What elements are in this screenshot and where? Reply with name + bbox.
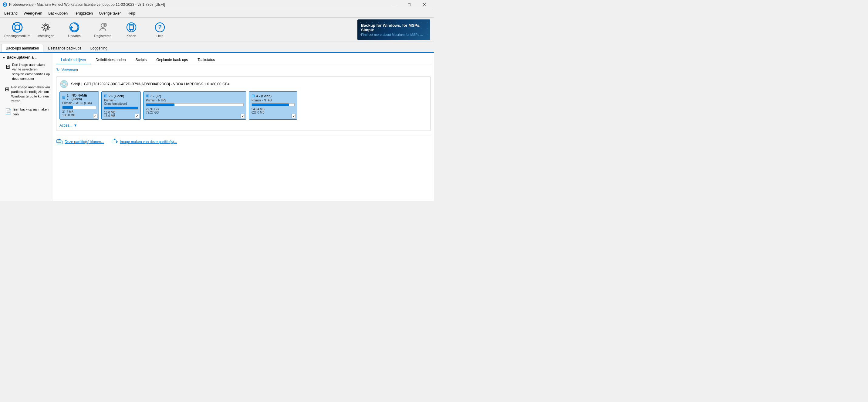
- sidebar-header[interactable]: ▼ Back-uptaken a...: [0, 54, 53, 61]
- toolbar: Reddingsmedium Instellingen Updates: [0, 18, 434, 42]
- win-icon-4: ⊞: [251, 93, 255, 98]
- partition-2-checkbox[interactable]: ✓: [135, 114, 139, 118]
- sidebar-item-disk-image[interactable]: 🖥 Een image aanmaken van te selecteren s…: [0, 61, 53, 83]
- partition-2-bar: [104, 107, 138, 110]
- help-icon: ?: [154, 22, 165, 33]
- partition-2-name: (Geen): [114, 94, 124, 98]
- partition-1-used: 31,2 MB: [62, 110, 96, 114]
- main-layout: ▼ Back-uptaken a... 🖥 Een image aanmaken…: [0, 53, 434, 201]
- updates-button[interactable]: Updates: [61, 19, 88, 41]
- win-icon-3: ⊞: [146, 93, 149, 98]
- svg-point-9: [44, 26, 48, 29]
- buy-label: Kopen: [126, 34, 136, 38]
- help-button[interactable]: ? Help: [146, 19, 174, 41]
- clone-link[interactable]: Deze partitie(s) klonen...: [56, 139, 104, 145]
- sidebar-item-disk-image-text: Een image aanmaken van te selecteren sch…: [12, 62, 50, 81]
- menu-item-weergeven[interactable]: Weergeven: [21, 10, 45, 17]
- menu-item-back-uppen[interactable]: Back-uppen: [45, 10, 71, 17]
- inner-tabs: Lokale schijven Definitiebestanden Scrip…: [56, 56, 431, 64]
- image-label: Image maken van deze partitie(s)...: [120, 140, 177, 144]
- partition-1-checkbox[interactable]: ✓: [93, 114, 97, 118]
- partition-3-checkbox[interactable]: ✓: [241, 114, 245, 118]
- rescue-button[interactable]: Reddingsmedium: [4, 19, 31, 41]
- minimize-button[interactable]: —: [387, 0, 401, 9]
- tab-existing-backups[interactable]: Bestaande back-ups: [43, 44, 86, 52]
- svg-point-2: [4, 4, 5, 5]
- svg-rect-27: [112, 140, 116, 143]
- register-label: Registreren: [94, 34, 112, 38]
- top-tabs: Back-ups aanmaken Bestaande back-ups Log…: [0, 42, 434, 53]
- disk-title: Schijf 1 GPT [78120287-00CC-4E2D-B793-AE…: [71, 82, 230, 86]
- bottom-actions: Deze partitie(s) klonen... Image maken v…: [56, 135, 431, 145]
- svg-marker-26: [58, 139, 60, 140]
- partition-2-total: 16,0 MB: [104, 114, 138, 117]
- partition-1-bar: [62, 106, 96, 109]
- partition-2-number: 2 -: [108, 94, 113, 98]
- inner-tab-scripts[interactable]: Scripts: [130, 56, 151, 64]
- partition-4[interactable]: ⊞ 4 - (Geen) Primair - NTFS 543,4 MB 626…: [249, 91, 297, 120]
- maximize-button[interactable]: □: [402, 0, 416, 9]
- close-button[interactable]: ✕: [417, 0, 431, 9]
- disk-icon: 💿: [59, 80, 68, 88]
- register-icon: [97, 22, 108, 33]
- tab-logging[interactable]: Loggening: [86, 44, 112, 52]
- partition-4-name: (Geen): [261, 94, 272, 98]
- inner-tab-local-drives[interactable]: Lokale schijven: [56, 56, 91, 64]
- actions-arrow-icon: ▼: [74, 123, 78, 127]
- partition-2-type: Primair - Ongeformatteerd: [104, 99, 138, 105]
- menu-item-bestand[interactable]: Bestand: [1, 10, 21, 17]
- window-title: Probeersversie - Macrium Reflect Worksta…: [9, 2, 387, 7]
- settings-button[interactable]: Instellingen: [32, 19, 59, 41]
- partition-3-bar-fill: [146, 104, 175, 106]
- inner-tab-scheduled-backups[interactable]: Geplande back-ups: [151, 56, 193, 64]
- partition-4-header: ⊞ 4 - (Geen): [251, 93, 294, 98]
- sidebar-arrow: ▼: [2, 56, 5, 59]
- win-icon-2: ⊞: [104, 93, 107, 98]
- partition-3-type: Primair - NTFS: [146, 99, 244, 102]
- actions-dropdown[interactable]: Acties... ▼: [59, 123, 428, 127]
- image-action-icon: [111, 139, 118, 145]
- partition-3[interactable]: ⊞ 3 - (C:) Primair - NTFS 22,91 GB 79,27…: [143, 91, 246, 120]
- image-link[interactable]: Image maken van deze partitie(s)...: [111, 139, 177, 145]
- banner-subtitle: Find out more about Macrium for MSPs ...: [361, 33, 427, 36]
- windows-icon: ⊞: [5, 86, 9, 93]
- sidebar-item-file-backup[interactable]: 📄 Een back-up aanmaken van: [0, 105, 53, 118]
- sidebar-item-windows-partitions[interactable]: ⊞ Een image aanmaken van partities die n…: [0, 83, 53, 106]
- menu-item-overige taken[interactable]: Overige taken: [96, 10, 125, 17]
- partition-1-header: ⊞ 1 - NO NAME (Geen): [62, 93, 96, 101]
- partition-1[interactable]: ⊞ 1 - NO NAME (Geen) Primair - FAT32 (LB…: [59, 91, 99, 120]
- partition-1-type: Primair - FAT32 (LBA): [62, 102, 96, 105]
- svg-marker-29: [114, 139, 116, 140]
- actions-label: Acties...: [59, 123, 72, 127]
- menu-item-terugzetten[interactable]: Terugzetten: [71, 10, 96, 17]
- sidebar-item-file-text: Een back-up aanmaken van: [13, 107, 50, 117]
- partition-4-number: 4 -: [256, 94, 260, 98]
- register-button[interactable]: Registreren: [89, 19, 117, 41]
- tab-backup-create[interactable]: Back-ups aanmaken: [1, 44, 43, 52]
- titlebar: Probeersversie - Macrium Reflect Worksta…: [0, 0, 434, 9]
- buy-icon: [126, 22, 137, 33]
- partition-4-checkbox[interactable]: ✓: [291, 114, 296, 118]
- svg-text:?: ?: [158, 24, 162, 30]
- partition-4-type: Primair - NTFS: [251, 99, 294, 102]
- app-icon: [2, 2, 7, 7]
- sidebar-header-label: Back-uptaken a...: [7, 55, 37, 59]
- inner-tab-task-status[interactable]: Taakstatus: [193, 56, 220, 64]
- banner-title: Backup for Windows, for MSPs. Simple: [361, 23, 427, 32]
- partition-3-header: ⊞ 3 - (C:): [146, 93, 244, 98]
- svg-point-19: [130, 29, 131, 31]
- refresh-button[interactable]: ↻ Verversen: [56, 67, 431, 72]
- msp-banner[interactable]: Backup for Windows, for MSPs. Simple Fin…: [358, 20, 430, 40]
- partition-4-bar: [251, 103, 294, 106]
- partition-4-sizes: 543,4 MB 626,0 MB: [251, 108, 294, 114]
- file-icon: 📄: [5, 108, 11, 115]
- partition-3-bar: [146, 103, 244, 106]
- clone-icon: [56, 139, 63, 145]
- buy-button[interactable]: Kopen: [118, 19, 145, 41]
- partition-2[interactable]: ⊞ 2 - (Geen) Primair - Ongeformatteerd 1…: [101, 91, 141, 120]
- clone-label: Deze partitie(s) klonen...: [65, 140, 104, 144]
- settings-icon: [40, 22, 51, 33]
- menu-item-help[interactable]: Help: [125, 10, 138, 17]
- partition-2-used: 16,0 MB: [104, 111, 138, 114]
- inner-tab-definition-files[interactable]: Definitiebestanden: [91, 56, 130, 64]
